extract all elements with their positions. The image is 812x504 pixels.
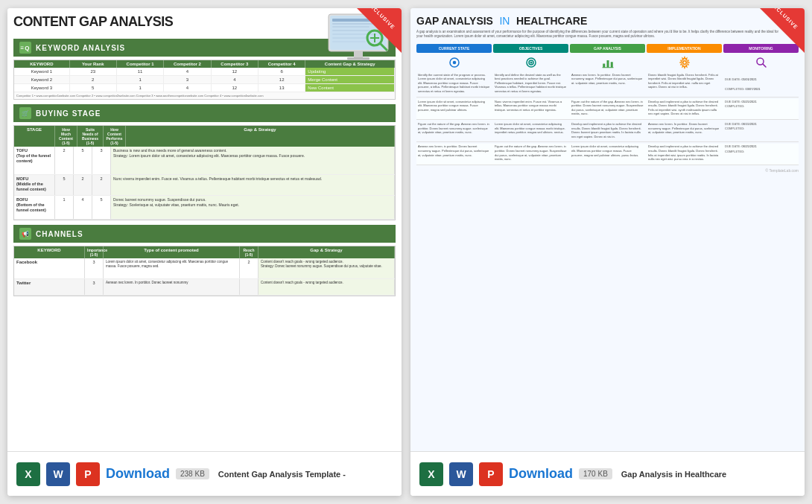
keyword-row-3: Keyword 3 5 1 4 12 13 New Content: [14, 84, 395, 92]
file-size-right: 170 KB: [579, 468, 612, 479]
buy-tofu-c2: 5: [74, 147, 92, 174]
r1-c2: Identify and define the desired state as…: [493, 72, 568, 95]
excel-icon-right[interactable]: X: [419, 462, 443, 486]
svg-rect-20: [603, 63, 605, 67]
kw-td-r1: 23: [70, 68, 117, 75]
r2-c5: DUE DATE: 05/25/2021 COMPLETED:: [723, 99, 799, 117]
right-card: EXCLUSIVE GAP ANALYSIS IN HEALTHCARE A g…: [410, 8, 805, 496]
svg-point-24: [682, 60, 686, 64]
buy-th-gap: Gap & Strategy: [126, 126, 395, 147]
buy-mofu-gap: Nunc viverra imperdiet enim. Fusce est. …: [111, 175, 395, 195]
kw-td-c32: 4: [212, 76, 258, 83]
doc-label-right: Gap Analysis in Healthcare: [621, 470, 726, 479]
col-icon-eye: [416, 55, 492, 70]
word-icon-right[interactable]: W: [449, 462, 473, 486]
watermark: © TemplateLab.com: [416, 168, 799, 173]
download-button-left[interactable]: Download: [106, 466, 170, 482]
buying-label: BUYING STAGE: [36, 109, 101, 118]
col-header-gap: GAP ANALYSIS: [570, 44, 645, 53]
kw-td-c22: 3: [164, 76, 211, 83]
buy-tofu-c3: 3: [92, 147, 111, 174]
buy-bofu-c1: 1: [55, 196, 74, 219]
kw-th-c3: Competitor 3: [212, 60, 258, 68]
buy-th-col1: How Much Content (1-5): [55, 126, 77, 147]
excel-icon-left[interactable]: X: [16, 462, 40, 486]
buying-icon: 🛒: [19, 107, 31, 119]
svg-point-19: [530, 61, 532, 63]
r3-c3: Develop and implement a plan to achieve …: [570, 121, 645, 139]
r4-c4: Develop and implement a plan to achieve …: [647, 144, 722, 162]
keyword-table: KEYWORD Your Rank Competitor 1 Competito…: [13, 60, 396, 100]
ch-th-imp: Importance (1-5): [85, 246, 104, 258]
r1-c5: DUE DATE: 05/01/2021 COMPLETED: 03/07/20…: [723, 72, 799, 95]
kw-th-c1: Competitor 1: [117, 60, 164, 68]
buy-mofu-c3: 2: [92, 175, 111, 195]
ch-tw-imp: 3: [85, 279, 104, 295]
kw-td-c42: 12: [258, 76, 305, 83]
ch-th-type: Type of content promoted: [104, 246, 240, 258]
right-subtitle: A gap analysis is an examination and ass…: [416, 30, 779, 39]
ch-tw-reach: [240, 279, 258, 295]
r3-c5: DUE DATE: 06/15/2021 COMPLETED:: [723, 121, 799, 139]
kw-td-c33: 12: [212, 84, 258, 92]
r4-c1: Aenean nec lorem. in porttitor. Donec la…: [416, 144, 492, 162]
buy-mofu-c2: 2: [74, 175, 92, 195]
buy-th-stage: STAGE: [14, 126, 55, 147]
buy-mofu-c1: 5: [55, 175, 74, 195]
ch-fb-gap: Content doesn't reach goals - wrong targ…: [258, 258, 395, 278]
kw-td-gap2: Merge Content: [305, 76, 395, 83]
right-title-part1: GAP ANALYSIS: [416, 15, 493, 27]
keyword-label: KEYWORD ANALYSIS: [36, 44, 125, 52]
keyword-row-2: Keyword 2 2 1 3 4 12 Merge Content: [14, 76, 395, 84]
right-row-4: Aenean nec lorem. in porttitor. Donec la…: [416, 144, 799, 165]
ch-twitter: Twitter: [14, 279, 85, 295]
right-download-footer: X W P Download 170 KB Gap Analysis in He…: [410, 451, 805, 496]
r1-c1: Identify the current state of the progra…: [416, 72, 492, 95]
kw-td-kw2: Keyword 2: [14, 76, 70, 83]
buy-tofu-gap: Business is new and thus needs more of g…: [111, 147, 395, 174]
ch-th-gap: Gap & Strategy: [258, 246, 395, 258]
r4-c3: Lorem ipsum dolor sit amet, consectetur …: [570, 144, 645, 162]
kw-td-r2: 2: [70, 76, 117, 83]
file-size-left: 238 KB: [176, 468, 209, 479]
kw-td-c12: 1: [117, 76, 164, 83]
kw-th-c4: Competitor 4: [258, 60, 305, 68]
buy-stage-bofu: BOFU (Bottom of the funnel content): [16, 197, 52, 213]
svg-rect-22: [610, 62, 612, 68]
col-icon-chart: [570, 55, 645, 70]
ch-facebook: Facebook: [14, 258, 85, 278]
kw-footer: Competitor 1 • www.competitor1website.co…: [14, 92, 395, 99]
kw-th-keyword: KEYWORD: [14, 60, 70, 68]
right-row-3: Figure out the nature of the gap. Aenean…: [416, 121, 799, 142]
kw-td-gap3: New Content: [305, 84, 395, 92]
r3-c1: Figure out the nature of the gap. Aenean…: [416, 121, 492, 139]
five-col-headers: CURRENT STATE OBJECTIVES GAP ANALYSIS IM…: [416, 44, 799, 53]
svg-point-16: [452, 60, 456, 64]
exclusive-ribbon-left: EXCLUSIVE: [342, 8, 402, 68]
r3-c4: Aenean nec lorem. In porttitor. Donec la…: [647, 121, 722, 139]
kw-th-c2: Competitor 2: [164, 60, 211, 68]
kw-td-kw1: Keyword 1: [14, 68, 70, 75]
channels-label: CHANNELS: [36, 230, 83, 238]
kw-td-kw3: Keyword 3: [14, 84, 70, 92]
buy-th-col3: How Content Performs (1-5): [104, 126, 126, 147]
pdf-icon-right[interactable]: P: [479, 462, 503, 486]
channels-icon: 📢: [19, 228, 31, 240]
right-row-2: Lorem ipsum dolor sit amet, consectetur …: [416, 99, 799, 120]
r2-c2: Nunc viverra imperdiet enim. Fusce est. …: [493, 99, 568, 117]
channels-section-header: 📢 CHANNELS: [13, 225, 396, 243]
kw-td-c11: 11: [117, 68, 164, 75]
kw-td-c13: 1: [117, 84, 164, 92]
buy-bofu-c2: 4: [74, 196, 92, 219]
word-icon-left[interactable]: W: [46, 462, 70, 486]
r2-c1: Lorem ipsum dolor sit amet, consectetur …: [416, 99, 492, 117]
download-button-right[interactable]: Download: [509, 466, 573, 482]
doc-label-left: Content Gap Analysis Template -: [218, 470, 346, 479]
channel-row-facebook: Facebook 3 Lorem ipsum dolor sit amet, c…: [14, 258, 395, 279]
col-icons-row: [416, 55, 799, 70]
buy-bofu-c3: 5: [92, 196, 111, 219]
buy-stage-tofu: TOFU (Top of the funnel content): [16, 148, 52, 164]
r3-c2: Lorem ipsum dolor sit amet, consectetur …: [493, 121, 568, 139]
pdf-icon-left[interactable]: P: [76, 462, 100, 486]
left-card: EXCLUSIVE CONTENT GAP ANALYSIS: [7, 8, 402, 496]
